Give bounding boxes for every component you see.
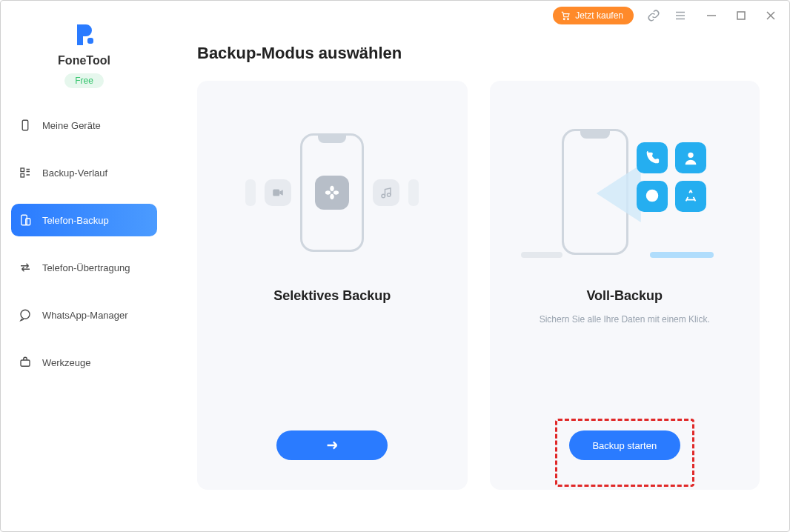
full-backup-start-button[interactable]: Backup starten	[569, 430, 680, 460]
free-badge: Free	[64, 73, 104, 88]
arrow-right-icon	[324, 437, 340, 453]
close-button[interactable]	[766, 10, 776, 21]
music-icon	[373, 179, 399, 206]
svg-point-23	[688, 153, 693, 158]
link-icon[interactable]	[647, 9, 660, 22]
sidebar-item-label: Telefon-Backup	[42, 215, 109, 226]
sidebar-item-phone-backup[interactable]: Telefon-Backup	[11, 204, 157, 236]
sidebar-item-label: Meine Geräte	[42, 120, 101, 131]
maximize-button[interactable]	[736, 10, 746, 21]
svg-rect-12	[21, 174, 24, 178]
contact-icon	[675, 142, 706, 173]
full-backup-title: Voll-Backup	[586, 288, 663, 304]
selective-backup-illustration	[218, 122, 447, 263]
svg-point-1	[568, 19, 569, 20]
phone-call-icon	[637, 142, 668, 173]
svg-rect-20	[273, 190, 280, 196]
cart-icon	[560, 10, 571, 21]
minimize-button[interactable]	[706, 10, 717, 21]
full-backup-card[interactable]: Voll-Backup Sichern Sie alle Ihre Daten …	[490, 81, 760, 490]
svg-point-18	[21, 310, 30, 319]
sidebar-item-label: Telefon-Übertragung	[42, 262, 130, 273]
sidebar-item-label: WhatsApp-Manager	[42, 310, 128, 321]
sidebar-item-label: Backup-Verlauf	[42, 167, 107, 179]
page-title: Backup-Modus auswählen	[197, 44, 760, 63]
buy-now-button[interactable]: Jetzt kaufen	[553, 7, 634, 24]
full-backup-start-label: Backup starten	[592, 440, 657, 451]
phone-backup-icon	[19, 213, 32, 227]
sidebar-item-backup-history[interactable]: Backup-Verlauf	[11, 156, 157, 189]
svg-rect-19	[21, 360, 30, 366]
svg-point-0	[564, 19, 565, 20]
toolbox-icon	[19, 356, 32, 369]
app-name: FoneTool	[58, 54, 110, 67]
appstore-icon	[675, 181, 706, 212]
device-icon	[19, 119, 32, 132]
fan-icon	[315, 176, 349, 210]
sidebar-item-phone-transfer[interactable]: Telefon-Übertragung	[11, 251, 157, 284]
full-backup-illustration	[511, 122, 740, 263]
svg-rect-11	[21, 168, 24, 172]
message-icon	[637, 181, 668, 212]
sidebar-item-whatsapp-manager[interactable]: WhatsApp-Manager	[11, 299, 157, 331]
chat-icon	[19, 308, 32, 322]
app-logo-icon	[71, 21, 98, 48]
sidebar-item-label: Werkzeuge	[42, 357, 91, 368]
menu-icon[interactable]	[674, 9, 687, 22]
selective-backup-title: Selektives Backup	[273, 288, 391, 304]
buy-now-label: Jetzt kaufen	[575, 10, 623, 21]
selective-backup-start-button[interactable]	[276, 430, 388, 460]
transfer-icon	[19, 261, 32, 274]
video-icon	[265, 179, 291, 206]
sidebar-item-my-devices[interactable]: Meine Geräte	[11, 109, 157, 142]
svg-point-24	[646, 190, 659, 202]
selective-backup-card[interactable]: Selektives Backup	[197, 81, 468, 490]
sidebar-item-tools[interactable]: Werkzeuge	[11, 346, 157, 379]
svg-rect-6	[737, 12, 745, 19]
full-backup-subtitle: Sichern Sie alle Ihre Daten mit einem Kl…	[540, 314, 710, 325]
history-list-icon	[19, 166, 32, 179]
svg-rect-9	[87, 38, 93, 44]
svg-rect-10	[22, 120, 28, 130]
